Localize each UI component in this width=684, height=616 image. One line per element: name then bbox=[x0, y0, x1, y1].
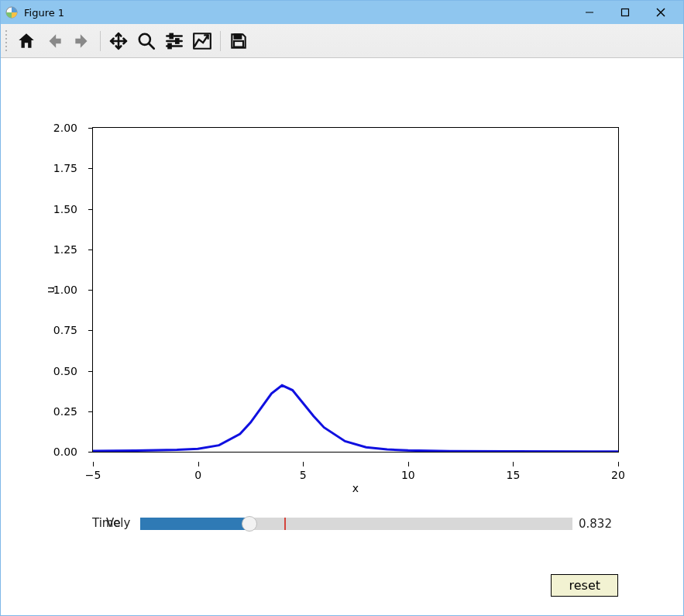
svg-rect-12 bbox=[176, 39, 178, 43]
slider-track[interactable] bbox=[140, 518, 572, 530]
maximize-button[interactable] bbox=[607, 1, 643, 24]
figure-canvas: u x 0.000.250.500.751.001.251.501.752.00… bbox=[1, 59, 683, 615]
x-axis-label: x bbox=[352, 482, 359, 494]
window-title: Figure 1 bbox=[24, 7, 64, 19]
edit-axes-button[interactable] bbox=[189, 28, 215, 54]
svg-rect-16 bbox=[235, 34, 242, 38]
slider-label-2: Vely bbox=[106, 516, 130, 530]
toolbar-separator bbox=[220, 31, 221, 51]
slider-value: 0.832 bbox=[579, 517, 619, 531]
save-button[interactable] bbox=[225, 28, 252, 54]
plot-axes[interactable]: 0.000.250.500.751.001.251.501.752.00−505… bbox=[92, 127, 619, 453]
window-title-bar: Figure 1 bbox=[1, 1, 683, 24]
figure-toolbar bbox=[1, 24, 683, 58]
app-icon bbox=[5, 6, 18, 19]
close-button[interactable] bbox=[643, 1, 679, 24]
svg-line-3 bbox=[657, 9, 665, 16]
home-button[interactable] bbox=[13, 28, 40, 54]
time-slider[interactable]: Time Vely 0.832 bbox=[92, 516, 619, 532]
svg-line-4 bbox=[657, 9, 665, 16]
reset-button[interactable]: reset bbox=[551, 574, 618, 597]
svg-rect-17 bbox=[234, 41, 243, 47]
configure-subplots-button[interactable] bbox=[161, 28, 187, 54]
zoom-button[interactable] bbox=[133, 28, 160, 54]
forward-button[interactable] bbox=[69, 28, 95, 54]
svg-line-8 bbox=[149, 43, 154, 49]
svg-rect-10 bbox=[170, 33, 173, 37]
back-button[interactable] bbox=[41, 28, 67, 54]
slider-handle[interactable] bbox=[242, 516, 257, 532]
slider-label-stack: Time Vely bbox=[92, 516, 137, 532]
slider-fill bbox=[140, 518, 249, 530]
reset-button-label: reset bbox=[569, 578, 600, 593]
toolbar-grip bbox=[4, 29, 9, 53]
slider-initial-mark bbox=[284, 518, 286, 530]
svg-rect-2 bbox=[622, 9, 629, 16]
minimize-button[interactable] bbox=[572, 1, 607, 24]
pan-button[interactable] bbox=[105, 28, 132, 54]
toolbar-separator bbox=[100, 31, 101, 51]
plot-line bbox=[93, 128, 618, 452]
svg-rect-14 bbox=[168, 43, 170, 47]
